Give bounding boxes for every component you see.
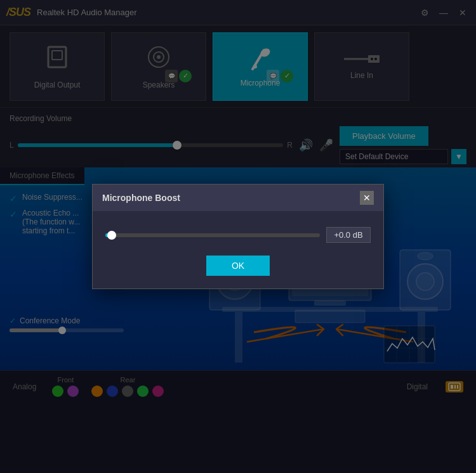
modal-header: Microphone Boost ✕ (93, 185, 383, 211)
modal-close-button[interactable]: ✕ (360, 191, 374, 205)
modal-body: +0.0 dB OK (93, 211, 383, 288)
modal-title: Microphone Boost (102, 193, 180, 203)
boost-slider[interactable] (105, 233, 320, 237)
modal-overlay: Microphone Boost ✕ +0.0 dB OK (0, 0, 476, 473)
boost-slider-row: +0.0 dB (105, 227, 371, 243)
boost-value: +0.0 dB (326, 227, 371, 243)
ok-button[interactable]: OK (206, 256, 270, 276)
microphone-boost-modal: Microphone Boost ✕ +0.0 dB OK (92, 184, 384, 289)
